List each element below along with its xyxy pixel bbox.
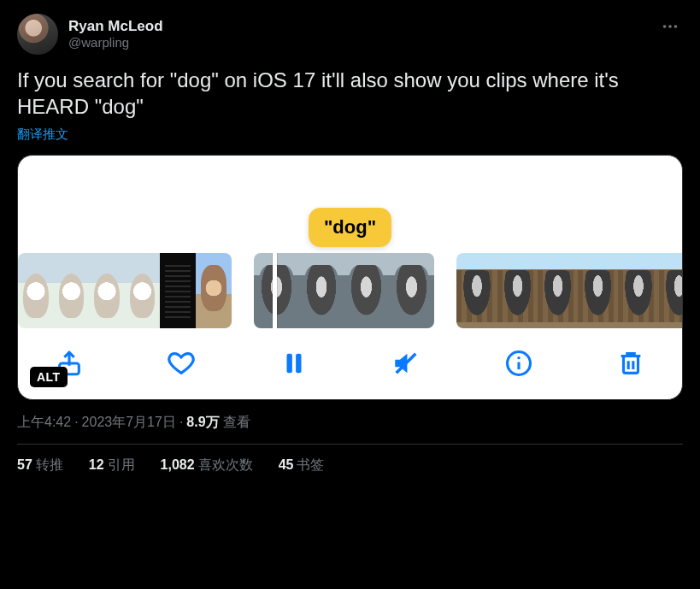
tweet-container: Ryan McLeod @warpling If you search for … [0, 0, 700, 488]
svg-rect-4 [286, 354, 291, 374]
clip-strip[interactable] [18, 253, 232, 328]
clip-thumb [299, 253, 344, 328]
playhead[interactable] [273, 253, 277, 328]
quotes-label: 引用 [108, 457, 135, 472]
svg-rect-9 [623, 356, 638, 374]
more-icon[interactable] [657, 14, 683, 39]
tweet-stats: 57转推 12引用 1,082喜欢次数 45书签 [17, 456, 683, 474]
clip-thumb [618, 253, 658, 328]
quotes-count: 12 [89, 457, 104, 472]
clip-strip-active[interactable] [254, 253, 435, 328]
tweet-header: Ryan McLeod @warpling [17, 14, 683, 55]
likes-stat[interactable]: 1,082喜欢次数 [161, 456, 253, 474]
clip-thumb [456, 253, 497, 328]
retweets-stat[interactable]: 57转推 [17, 456, 63, 474]
user-names: Ryan McLeod @warpling [68, 17, 163, 51]
caption-bubble-wrap: "dog" [18, 171, 682, 252]
clip-strip[interactable] [456, 253, 683, 328]
clip-thumb [389, 253, 434, 328]
user-handle[interactable]: @warpling [68, 35, 163, 51]
divider [17, 444, 683, 445]
alt-badge[interactable]: ALT [30, 367, 68, 387]
clip-thumb [196, 253, 232, 328]
display-name[interactable]: Ryan McLeod [68, 17, 163, 35]
clip-thumb [160, 253, 196, 328]
svg-point-1 [668, 25, 672, 28]
svg-rect-5 [296, 354, 301, 374]
mute-icon[interactable] [391, 348, 421, 379]
clip-thumb [578, 253, 618, 328]
quotes-stat[interactable]: 12引用 [89, 456, 135, 474]
clip-thumb [18, 253, 54, 328]
trash-icon[interactable] [615, 348, 646, 379]
media-inner: "dog" [18, 156, 682, 399]
caption-bubble: "dog" [309, 208, 391, 247]
bookmarks-stat[interactable]: 45书签 [279, 456, 325, 474]
bookmarks-count: 45 [279, 457, 294, 472]
views-label: 查看 [223, 415, 250, 429]
avatar[interactable] [17, 14, 58, 55]
user-block[interactable]: Ryan McLeod @warpling [17, 14, 163, 55]
tweet-text: If you search for "dog" on iOS 17 it'll … [17, 67, 683, 120]
media-toolbar [18, 329, 682, 399]
retweets-count: 57 [17, 457, 32, 472]
svg-point-2 [674, 25, 678, 28]
meta-date[interactable]: 2023年7月17日 [82, 415, 176, 429]
tweet-meta: 上午4:42·2023年7月17日·8.9万 查看 [17, 414, 683, 432]
translate-link[interactable]: 翻译推文 [17, 127, 68, 143]
clip-thumb [344, 253, 389, 328]
clip-thumb [497, 253, 538, 328]
pause-icon[interactable] [279, 348, 309, 379]
clip-thumb [125, 253, 161, 328]
clip-thumb [659, 253, 683, 328]
media-card[interactable]: "dog" [17, 155, 683, 400]
info-icon[interactable] [503, 348, 534, 379]
retweets-label: 转推 [36, 457, 63, 472]
views-count[interactable]: 8.9万 [186, 415, 219, 429]
timeline-strips [18, 252, 682, 329]
svg-point-8 [517, 356, 520, 359]
svg-point-0 [663, 25, 667, 28]
likes-label: 喜欢次数 [198, 457, 253, 472]
clip-thumb [89, 253, 125, 328]
meta-time[interactable]: 上午4:42 [17, 415, 71, 429]
clip-thumb [54, 253, 90, 328]
heart-icon[interactable] [166, 348, 197, 379]
bookmarks-label: 书签 [297, 457, 324, 472]
clip-thumb [538, 253, 578, 328]
likes-count: 1,082 [161, 457, 195, 472]
